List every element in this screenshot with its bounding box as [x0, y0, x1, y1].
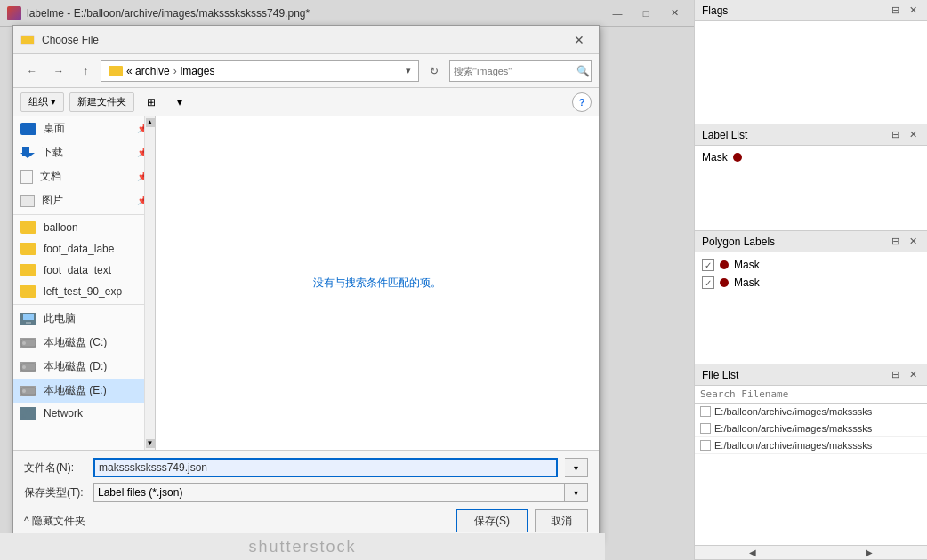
savetype-label: 保存类型(T):: [24, 485, 86, 500]
view-arrow-button[interactable]: ▾: [168, 92, 191, 112]
label-list-panel: Label List ⊟ ✕ Mask: [695, 124, 927, 231]
download-icon: [20, 147, 35, 159]
polygon-item-2[interactable]: ✓ Mask: [702, 274, 920, 292]
search-input[interactable]: [454, 66, 576, 76]
svg-point-11: [22, 365, 26, 369]
save-button[interactable]: 保存(S): [456, 509, 528, 532]
polygon-labels-panel-controls: ⊟ ✕: [888, 236, 920, 248]
this-pc-icon: [20, 313, 36, 325]
scroll-left-button[interactable]: ◀: [695, 546, 811, 559]
poly-checkbox-1[interactable]: ✓: [702, 259, 714, 271]
file-list-item[interactable]: E:/balloon/archive/images/maksssks: [695, 404, 927, 420]
sidebar-label-foot-data-labe: foot_data_labe: [44, 243, 114, 255]
network-icon: [20, 407, 36, 420]
sidebar-item-drive-c[interactable]: 本地磁盘 (C:): [13, 331, 155, 355]
flags-panel-title: Flags: [702, 4, 728, 17]
label-item-text: Mask: [702, 151, 728, 164]
file-list-scroll-controls: ◀ ▶: [695, 545, 927, 559]
sidebar-item-this-pc[interactable]: 此电脑: [13, 307, 155, 331]
dialog-sidebar: 桌面 📌 下载 📌 文档 📌 图片: [13, 116, 156, 450]
sidebar-item-drive-d[interactable]: 本地磁盘 (D:): [13, 355, 155, 379]
refresh-button[interactable]: ↻: [423, 60, 446, 82]
sidebar-item-download[interactable]: 下载 📌: [13, 140, 155, 164]
filename-input[interactable]: [93, 458, 558, 477]
left-test-folder-icon: [20, 285, 36, 298]
scroll-down-arrow[interactable]: ▼: [146, 439, 155, 448]
drive-d-icon: [20, 362, 36, 372]
organize-button[interactable]: 组织 ▾: [20, 92, 64, 112]
savetype-row: 保存类型(T): Label files (*.json) ▾: [24, 483, 588, 502]
dialog-close-button[interactable]: ✕: [567, 30, 592, 50]
savetype-dropdown-button[interactable]: ▾: [565, 483, 588, 502]
polygon-labels-pin-button[interactable]: ⊟: [888, 236, 902, 248]
flags-panel-controls: ⊟ ✕: [888, 4, 920, 17]
file-list-close-button[interactable]: ✕: [906, 369, 920, 381]
new-folder-button[interactable]: 新建文件夹: [69, 92, 134, 112]
label-list-pin-button[interactable]: ⊟: [888, 129, 902, 141]
help-button[interactable]: ?: [572, 92, 592, 112]
polygon-labels-panel-body: ✓ Mask ✓ Mask: [695, 252, 927, 364]
svg-point-13: [22, 389, 26, 393]
file-list-item-2[interactable]: E:/balloon/archive/images/maksssks: [695, 420, 927, 437]
file-list-panel-controls: ⊟ ✕: [888, 369, 920, 381]
label-list-close-button[interactable]: ✕: [906, 129, 920, 141]
flags-pin-button[interactable]: ⊟: [888, 4, 902, 17]
foot-data-text-folder-icon: [20, 264, 36, 276]
svg-point-16: [32, 415, 36, 419]
file-list-panel-body: E:/balloon/archive/images/maksssks E:/ba…: [695, 386, 927, 545]
sidebar-label-drive-c: 本地磁盘 (C:): [44, 335, 107, 350]
scroll-up-arrow[interactable]: ▲: [146, 118, 155, 127]
search-box: 🔍: [449, 60, 592, 82]
polygon-labels-close-button[interactable]: ✕: [906, 236, 920, 248]
view-icon-button[interactable]: ⊞: [140, 92, 163, 112]
sidebar-item-docs[interactable]: 文档 📌: [13, 164, 155, 188]
file-list-panel-title: File List: [702, 369, 738, 381]
sidebar-item-desktop[interactable]: 桌面 📌: [13, 116, 155, 140]
poly-checkbox-2[interactable]: ✓: [702, 276, 714, 289]
file-search-input[interactable]: [695, 386, 927, 404]
sidebar-scrollbar[interactable]: ▲ ▼: [144, 116, 155, 450]
flags-close-button[interactable]: ✕: [906, 4, 920, 17]
file-checkbox-2[interactable]: [700, 423, 711, 434]
pics-icon: [20, 195, 35, 207]
sidebar-item-left-test[interactable]: left_test_90_exp: [13, 281, 155, 302]
dialog-title: Choose File: [42, 34, 567, 46]
sidebar-label-drive-d: 本地磁盘 (D:): [44, 359, 107, 374]
sidebar-item-balloon[interactable]: balloon: [13, 217, 155, 238]
breadcrumb-dropdown-button[interactable]: ▾: [406, 60, 411, 82]
hide-folders-button[interactable]: ^ 隐藏文件夹: [24, 514, 85, 529]
sidebar-divider-1: [13, 214, 155, 215]
sidebar-label-pics: 图片: [42, 193, 63, 208]
empty-message: 没有与搜索条件匹配的项。: [313, 276, 441, 291]
breadcrumb-current: images: [181, 65, 215, 77]
label-list-item[interactable]: Mask: [702, 149, 920, 165]
sidebar-item-pics[interactable]: 图片 📌: [13, 188, 155, 212]
poly-dot-2: [720, 278, 729, 287]
breadcrumb-bar[interactable]: « archive › images ▾: [101, 60, 419, 82]
svg-point-9: [22, 341, 26, 345]
sidebar-label-desktop: 桌面: [44, 121, 65, 136]
up-button[interactable]: ↑: [74, 60, 97, 82]
sidebar-item-foot-data-labe[interactable]: foot_data_labe: [13, 238, 155, 260]
file-list-item-3[interactable]: E:/balloon/archive/images/maksssks: [695, 437, 927, 454]
polygon-item-1[interactable]: ✓ Mask: [702, 256, 920, 274]
scroll-right-button[interactable]: ▶: [811, 546, 928, 559]
filename-dropdown-button[interactable]: ▾: [565, 458, 588, 477]
sidebar-item-drive-e[interactable]: 本地磁盘 (E:): [13, 379, 155, 403]
svg-rect-7: [24, 324, 33, 325]
file-list-pin-button[interactable]: ⊟: [888, 369, 902, 381]
sidebar-label-left-test: left_test_90_exp: [44, 285, 122, 298]
sidebar-item-network[interactable]: Network: [13, 403, 155, 424]
cancel-button[interactable]: 取消: [535, 509, 588, 532]
breadcrumb-folder-icon: [109, 66, 123, 76]
savetype-container: Label files (*.json) ▾: [93, 483, 588, 502]
svg-rect-1: [21, 37, 34, 44]
file-checkbox-3[interactable]: [700, 440, 711, 451]
svg-line-18: [28, 413, 34, 415]
sidebar-item-foot-data-text[interactable]: foot_data_text: [13, 260, 155, 281]
file-checkbox-1[interactable]: [700, 406, 711, 417]
back-button[interactable]: ←: [20, 60, 44, 82]
drive-e-icon: [20, 386, 36, 396]
dialog-navbar: ← → ↑ « archive › images ▾ ↻ 🔍: [13, 54, 599, 88]
forward-button[interactable]: →: [47, 60, 70, 82]
